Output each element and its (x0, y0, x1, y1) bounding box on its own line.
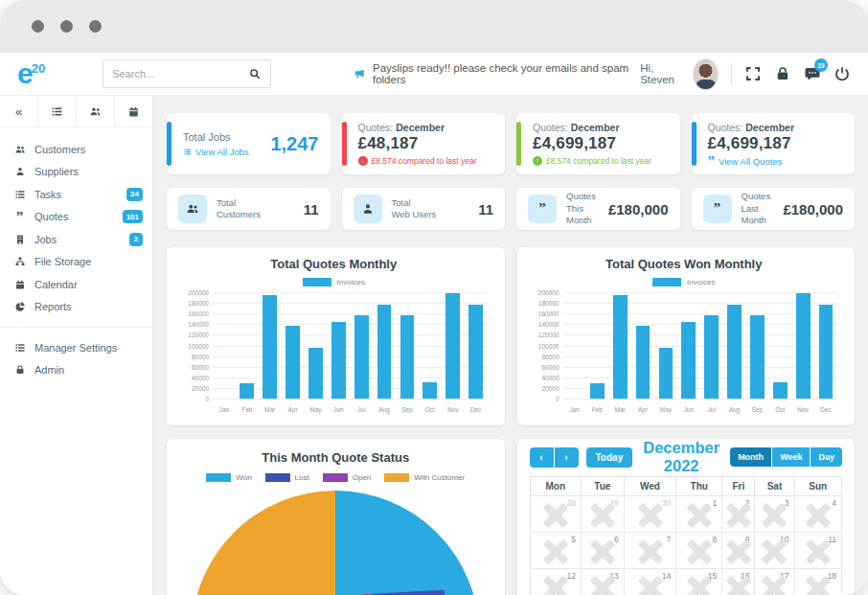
window-dot[interactable] (60, 20, 73, 33)
calendar-week-row: 12131415161718 (530, 569, 842, 595)
calendar-day-cell[interactable]: 4 (794, 496, 841, 533)
calendar-week-row: 567891011 (530, 533, 842, 569)
sidebar-item-admin[interactable]: Admin (0, 359, 152, 382)
calendar-view-month-button[interactable]: Month (730, 447, 771, 467)
sidebar-tab-users[interactable] (77, 96, 115, 126)
calendar-day-cell[interactable]: 3 (755, 496, 794, 533)
sidebar: « CustomersSuppliersTasks24”Quotes101Job… (0, 96, 153, 595)
search-input[interactable] (112, 68, 248, 80)
calendar-day-cell[interactable]: 30 (624, 496, 675, 533)
sidebar-item-jobs[interactable]: Jobs2 (0, 228, 152, 251)
calendar-day-cell[interactable]: 13 (581, 569, 624, 595)
pie-legend-item-open[interactable]: Open (323, 473, 372, 482)
no-events-x-icon (806, 539, 831, 564)
calendar-day-cell[interactable]: 5 (530, 533, 581, 569)
calendar-day-cell[interactable]: 6 (581, 533, 624, 569)
app-logo[interactable]: e20 (17, 59, 45, 88)
calendar-day-cell[interactable]: 29 (581, 496, 624, 533)
y-axis-tick-label: 200000 (538, 289, 560, 296)
calendar-day-cell[interactable]: 16 (722, 569, 755, 595)
users-icon (89, 105, 102, 118)
avatar[interactable] (693, 58, 719, 90)
bar (423, 382, 437, 399)
stat-title: Quotes: (358, 122, 394, 133)
accent-bar (692, 122, 697, 166)
view-all-jobs-link[interactable]: View All Jobs (183, 147, 249, 157)
bar-chart: 0200004000060000800001000001200001400001… (563, 292, 838, 413)
calendar-day-cell[interactable]: 18 (794, 569, 841, 595)
pie-legend-item-with-customer[interactable]: With Customer (384, 473, 465, 482)
calendar-day-cell[interactable]: 28 (530, 496, 581, 533)
bar-slot (608, 292, 631, 399)
calendar-day-cell[interactable]: 15 (676, 569, 722, 595)
x-axis-tick-label: Aug (723, 406, 746, 413)
x-axis-tick-label: Mar (259, 406, 282, 413)
calendar-prev-button[interactable]: ‹ (530, 447, 554, 468)
calendar-day-cell[interactable]: 2 (722, 496, 755, 533)
mini-card-quotes-last-month: ”QuotesLast Month£180,000 (692, 188, 856, 230)
mini-card-value: £180,000 (783, 201, 843, 217)
calendar-view-day-button[interactable]: Day (811, 447, 842, 467)
x-axis-tick-label: Oct (419, 406, 442, 413)
list-icon (51, 105, 63, 118)
sidebar-item-customers[interactable]: Customers (0, 138, 152, 161)
calendar-view-week-button[interactable]: Week (772, 447, 810, 467)
sidebar-item-label: File Storage (34, 256, 91, 267)
chart-plot-area: 0200004000060000800001000001200001400001… (563, 292, 838, 400)
sidebar-item-calendar[interactable]: Calendar (0, 273, 152, 296)
no-events-x-icon (762, 539, 787, 564)
sidebar-divider (0, 327, 152, 328)
window-dot[interactable] (32, 20, 44, 33)
pie-legend-item-lost[interactable]: Lost (265, 473, 309, 482)
sidebar-item-reports[interactable]: Reports (0, 296, 152, 319)
calendar-day-header: Fri (722, 477, 755, 496)
calendar-day-cell[interactable]: 7 (624, 533, 675, 569)
fullscreen-button[interactable] (744, 65, 762, 82)
sidebar-item-tasks[interactable]: Tasks24 (0, 183, 152, 206)
x-axis-tick-label: Mar (608, 406, 631, 413)
calendar-next-button[interactable]: › (555, 447, 579, 468)
lock-button[interactable] (774, 65, 791, 82)
calendar-today-button[interactable]: Today (586, 447, 633, 468)
bar-slot (442, 292, 465, 399)
view-all-quotes-link[interactable]: ” View All Quotes (708, 156, 844, 167)
y-axis-tick-label: 40000 (541, 374, 559, 380)
calendar-day-cell[interactable]: 8 (676, 533, 722, 569)
y-axis-tick-label: 40000 (192, 374, 209, 380)
sidebar-item-label: Suppliers (34, 166, 79, 177)
calendar-day-cell[interactable]: 17 (755, 569, 794, 595)
stat-title: Quotes: (533, 122, 568, 133)
calendar-day-cell[interactable]: 10 (755, 533, 794, 569)
stat-value: £48,187 (358, 134, 494, 153)
calendar-day-cell[interactable]: 12 (530, 569, 581, 595)
sidebar-tab-tasks[interactable] (38, 96, 77, 126)
x-axis-tick-label: Oct (768, 406, 791, 413)
sidebar-item-manager-settings[interactable]: Manager Settings (0, 336, 152, 359)
users-icon (13, 144, 26, 155)
calendar-day-cell[interactable]: 9 (722, 533, 755, 569)
pie-legend-item-won[interactable]: Won (206, 473, 251, 482)
messages-button[interactable]: 23 (804, 65, 821, 82)
chart-legend[interactable]: Invoices (525, 278, 844, 286)
user-icon (354, 195, 382, 223)
calendar-day-cell[interactable]: 11 (794, 533, 841, 569)
sidebar-item-suppliers[interactable]: Suppliers (0, 161, 152, 184)
day-number: 4 (832, 498, 836, 508)
search-icon[interactable] (248, 67, 262, 80)
sidebar-item-file-storage[interactable]: File Storage (0, 251, 152, 274)
sidebar-item-quotes[interactable]: ”Quotes101 (0, 206, 152, 229)
sidebar-collapse-button[interactable]: « (0, 96, 38, 126)
no-events-x-icon (806, 503, 831, 528)
calendar-day-cell[interactable]: 1 (676, 496, 722, 533)
chart-legend[interactable]: Invoices (174, 278, 493, 286)
window-dot[interactable] (89, 20, 102, 33)
bar-slot (282, 292, 305, 399)
calendar-grid: MonTueWedThuFriSatSun 282930123456789101… (530, 476, 843, 595)
calendar-title: December 2022 (632, 439, 730, 475)
bar (819, 305, 834, 399)
day-number: 30 (662, 498, 671, 508)
calendar-day-cell[interactable]: 14 (624, 569, 675, 595)
sidebar-tab-calendar[interactable] (115, 96, 152, 126)
logout-button[interactable] (834, 65, 851, 82)
quote-icon: ” (13, 214, 26, 221)
